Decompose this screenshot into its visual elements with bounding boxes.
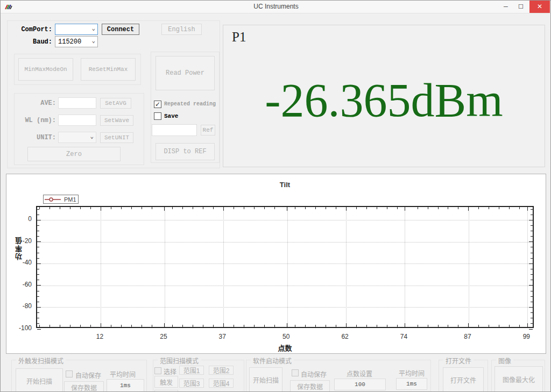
image-maximize-button[interactable]: 图像最大化 bbox=[495, 366, 543, 392]
axis-tick bbox=[405, 323, 405, 327]
ave-input[interactable] bbox=[58, 97, 96, 109]
sw-start-scan-button[interactable]: 开始扫描 bbox=[249, 367, 282, 392]
axis-tick bbox=[37, 220, 41, 220]
axis-minor-tick bbox=[438, 325, 439, 327]
close-button[interactable]: ✕ bbox=[529, 1, 550, 13]
axis-minor-tick bbox=[531, 323, 533, 324]
axis-minor-tick bbox=[39, 325, 40, 327]
axis-tick bbox=[101, 323, 101, 327]
connect-button[interactable]: Connect bbox=[102, 24, 139, 35]
axis-minor-tick bbox=[519, 325, 520, 327]
ext-avg-time-field[interactable]: 1ms bbox=[107, 379, 144, 392]
setavg-button[interactable]: SetAVG bbox=[100, 98, 131, 109]
ext-trigger-title: 外触发扫描模式 bbox=[16, 356, 66, 365]
minimize-icon: ─ bbox=[504, 3, 508, 10]
axis-minor-tick bbox=[356, 207, 357, 209]
grid-line bbox=[287, 207, 288, 327]
minmaxmodeon-button[interactable]: MinMaxModeOn bbox=[18, 58, 73, 81]
axis-minor-tick bbox=[428, 207, 428, 209]
sw-auto-save-checkbox[interactable] bbox=[292, 369, 299, 376]
ext-save-data-button[interactable]: 保存数据 bbox=[64, 381, 104, 392]
axis-minor-tick bbox=[50, 325, 50, 327]
axis-minor-tick bbox=[418, 207, 418, 209]
range2-button[interactable]: 范围2 bbox=[209, 366, 234, 375]
axis-minor-tick bbox=[274, 207, 275, 209]
grid-line bbox=[346, 207, 347, 327]
maximize-button[interactable]: ☐ bbox=[513, 1, 528, 13]
power-display-panel: P1 -26.365dBm bbox=[223, 25, 545, 167]
axis-minor-tick bbox=[39, 207, 40, 209]
axis-minor-tick bbox=[315, 325, 316, 327]
axis-minor-tick bbox=[458, 207, 458, 209]
baud-select[interactable]: 115200 ⌄ bbox=[55, 36, 98, 47]
grid-line bbox=[37, 286, 533, 286]
axis-minor-tick bbox=[182, 325, 183, 327]
axis-minor-tick bbox=[531, 247, 533, 247]
x-axis-label: 点数 bbox=[36, 343, 534, 353]
window-title: UC Instruments bbox=[1, 3, 551, 10]
axis-minor-tick bbox=[37, 215, 39, 215]
y-axis-label: 功率值 bbox=[14, 236, 24, 260]
axis-minor-tick bbox=[531, 312, 533, 313]
points-setting-field[interactable]: 100 bbox=[334, 379, 386, 390]
range3-button[interactable]: 范围3 bbox=[179, 379, 204, 388]
open-file-button[interactable]: 打开文件 bbox=[443, 367, 484, 392]
axis-minor-tick bbox=[326, 207, 326, 209]
axis-minor-tick bbox=[531, 296, 533, 297]
ext-auto-save-checkbox[interactable] bbox=[66, 370, 73, 377]
axis-minor-tick bbox=[111, 325, 111, 327]
axis-tick bbox=[101, 207, 101, 211]
trigger-button[interactable]: 触发 bbox=[154, 376, 178, 388]
wl-input[interactable] bbox=[58, 115, 96, 126]
axis-minor-tick bbox=[254, 325, 255, 327]
axis-minor-tick bbox=[458, 325, 458, 327]
axis-minor-tick bbox=[519, 207, 520, 209]
english-button[interactable]: English bbox=[161, 24, 202, 35]
close-icon: ✕ bbox=[537, 3, 542, 10]
partial-button[interactable] bbox=[154, 390, 178, 392]
setwave-button[interactable]: SetWave bbox=[100, 115, 133, 126]
setunit-button[interactable]: SetUNIT bbox=[100, 132, 133, 143]
resetminmax-button[interactable]: ReSetMinMax bbox=[81, 58, 136, 81]
ref-button[interactable]: Ref bbox=[201, 125, 215, 136]
comport-select[interactable]: ⌄ bbox=[55, 24, 98, 35]
axis-minor-tick bbox=[37, 274, 39, 275]
axis-minor-tick bbox=[531, 225, 533, 226]
grid-line bbox=[37, 220, 533, 220]
y-tick-label: -80 bbox=[11, 302, 32, 310]
axis-minor-tick bbox=[478, 325, 479, 327]
axis-minor-tick bbox=[37, 323, 39, 324]
range1-button[interactable]: 范围1 bbox=[179, 366, 204, 375]
axis-minor-tick bbox=[37, 318, 39, 318]
axis-tick bbox=[529, 329, 533, 330]
axis-minor-tick bbox=[489, 325, 489, 327]
repeated-reading-checkbox[interactable]: ✓ bbox=[154, 101, 161, 108]
axis-tick bbox=[527, 207, 528, 211]
minimize-button[interactable]: ─ bbox=[498, 1, 513, 13]
axis-tick bbox=[37, 241, 41, 242]
read-power-button[interactable]: Read Power bbox=[156, 56, 215, 90]
sw-avg-time-field[interactable]: 1ms bbox=[396, 378, 427, 390]
range-select-checkbox[interactable] bbox=[154, 367, 161, 374]
axis-minor-tick bbox=[203, 207, 203, 209]
axis-minor-tick bbox=[193, 207, 193, 209]
save-checkbox[interactable] bbox=[154, 112, 161, 120]
range4-button[interactable]: 范围4 bbox=[209, 379, 234, 388]
axis-minor-tick bbox=[90, 325, 91, 327]
axis-minor-tick bbox=[213, 325, 214, 327]
disp-to-ref-button[interactable]: DISP to REF bbox=[156, 143, 215, 160]
title-bar: UC Instruments ─ ☐ ✕ bbox=[1, 1, 551, 13]
axis-minor-tick bbox=[366, 207, 367, 209]
chevron-down-icon: ⌄ bbox=[91, 25, 95, 32]
sw-save-data-button[interactable]: 保存数据 bbox=[290, 380, 330, 392]
axis-minor-tick bbox=[295, 325, 295, 327]
ext-start-scan-button[interactable]: 开始扫描 bbox=[16, 368, 63, 392]
axis-minor-tick bbox=[531, 291, 533, 291]
ref-input[interactable] bbox=[152, 124, 197, 136]
axis-minor-tick bbox=[531, 231, 533, 231]
zero-button[interactable]: Zero bbox=[27, 147, 121, 161]
y-tick-label: -100 bbox=[11, 324, 32, 332]
x-tick-label: 25 bbox=[153, 333, 174, 340]
unit-select[interactable]: ⌄ bbox=[58, 132, 96, 143]
image-title: 图像 bbox=[496, 356, 513, 365]
